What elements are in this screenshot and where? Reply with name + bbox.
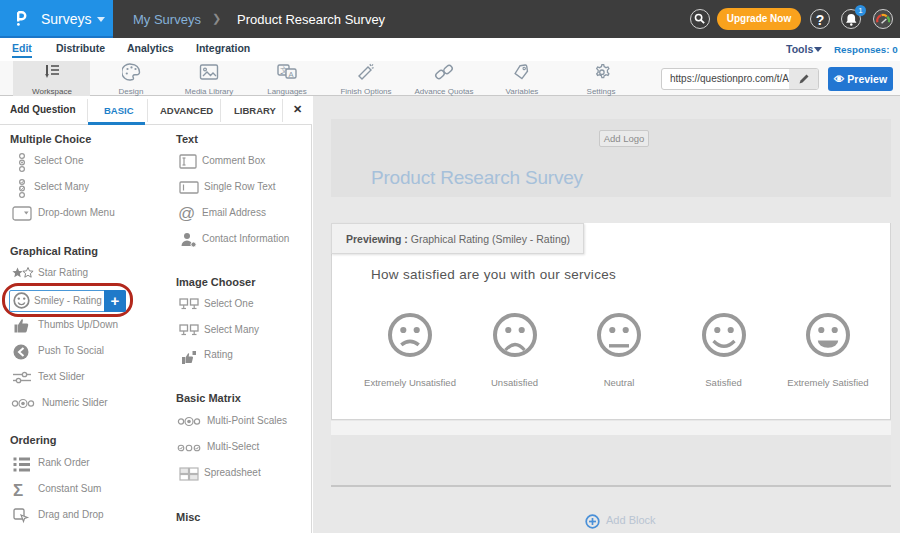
svg-text:A: A xyxy=(289,70,294,79)
